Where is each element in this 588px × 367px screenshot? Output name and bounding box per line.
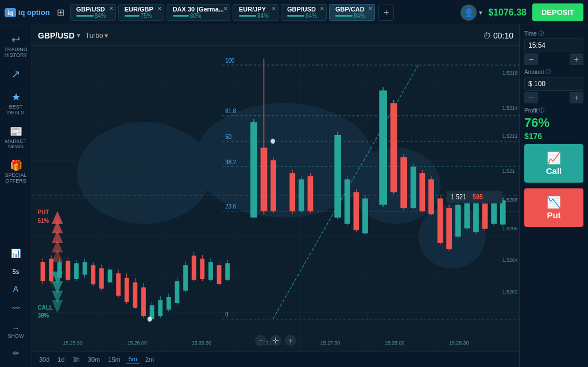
amount-value: $ 100	[524, 77, 583, 91]
put-button[interactable]: 📉 Put	[524, 188, 583, 227]
svg-text:38.2: 38.2	[225, 159, 236, 165]
svg-text:15:28:30: 15:28:30	[449, 339, 469, 346]
tab-close[interactable]: ✕	[157, 6, 162, 11]
time-info-icon[interactable]: ⓘ	[539, 30, 544, 37]
svg-point-158	[148, 316, 152, 322]
chart-header: GBP/USD ▾ Turbo ▾ ⏱ 00:10	[32, 25, 519, 46]
avatar-button[interactable]: 👤 ▾	[461, 5, 482, 21]
amount-stepper: − +	[524, 92, 583, 103]
selected-pair: GBP/USD	[38, 31, 75, 40]
call-label: Call	[546, 166, 562, 176]
drawing-icon: 〰	[12, 304, 20, 313]
sidebar-item-market-news[interactable]: 📰 MARKETNEWS	[1, 122, 31, 154]
sidebar-item-arrow[interactable]: ↗	[1, 64, 31, 85]
svg-point-1	[77, 122, 211, 224]
svg-text:PUT: PUT	[38, 209, 49, 216]
svg-text:1.521: 1.521	[502, 168, 515, 175]
period-30d[interactable]: 30d	[37, 355, 52, 364]
amount-increase-button[interactable]: +	[570, 92, 583, 103]
svg-text:1.521: 1.521	[451, 193, 466, 200]
zoom-move-button[interactable]: ✛	[270, 335, 281, 346]
tab-bar-green	[287, 15, 304, 17]
logo-box: iq	[5, 8, 16, 17]
logo-text: iq option	[18, 8, 50, 17]
period-1d[interactable]: 1d	[55, 355, 67, 364]
chart-container: GBP/USD ▾ Turbo ▾ ⏱ 00:10	[32, 25, 519, 367]
period-15m[interactable]: 15m	[106, 355, 122, 364]
tab-close[interactable]: ✕	[272, 6, 276, 11]
tab-pair: DAX 30 (Germa...	[173, 6, 224, 13]
svg-text:23.6: 23.6	[225, 203, 236, 210]
time-decrease-button[interactable]: −	[524, 53, 538, 65]
svg-text:61.8: 61.8	[225, 108, 236, 115]
zoom-out-button[interactable]: −	[255, 335, 266, 346]
svg-text:CALL: CALL	[38, 304, 53, 311]
amount-info-icon[interactable]: ⓘ	[546, 68, 551, 76]
period-5m[interactable]: 5m	[126, 354, 140, 364]
time-field: Time ⓘ 15:54 − +	[524, 30, 583, 65]
tab-pct: 84%	[95, 13, 106, 19]
time-value: 15:54	[524, 38, 583, 52]
time-increase-button[interactable]: +	[570, 53, 583, 65]
balance-display: $1076.38	[488, 7, 527, 18]
zoom-in-button[interactable]: +	[285, 335, 296, 346]
tab-eurjpy[interactable]: ✕ EUR/JPY 84%	[233, 4, 278, 21]
nav-right: 👤 ▾ $1076.38 DEPOSIT	[461, 3, 583, 21]
svg-text:1.5204: 1.5204	[502, 257, 518, 264]
svg-text:595: 595	[473, 193, 483, 200]
tab-bar-green	[125, 15, 140, 17]
tab-close[interactable]: ✕	[109, 6, 114, 11]
tab-gbpusd-1[interactable]: ✕ GBP/USD 84%	[70, 4, 116, 21]
sidebar-item-drawing[interactable]: 〰	[1, 300, 31, 318]
tab-eurgbp[interactable]: ✕ EUR/GBP 75%	[118, 4, 164, 21]
time-stepper: − +	[524, 53, 583, 65]
svg-text:1.5212: 1.5212	[502, 133, 518, 140]
profit-info-icon[interactable]: ⓘ	[539, 107, 544, 114]
mode-selector[interactable]: Turbo ▾	[86, 32, 108, 40]
deposit-button[interactable]: DEPOSIT	[532, 3, 583, 21]
sidebar-item-pen[interactable]: ✏	[1, 345, 31, 362]
sidebar-item-trading-history[interactable]: ↩ TRADINGHISTORY	[1, 30, 31, 62]
svg-text:15:26:00: 15:26:00	[127, 339, 147, 346]
svg-text:1.5208: 1.5208	[502, 197, 518, 203]
period-2m[interactable]: 2m	[143, 355, 156, 364]
star-icon: ★	[11, 91, 21, 103]
sidebar-label-market-news: MARKETNEWS	[5, 139, 27, 150]
time-periods-bar: 30d 1d 3h 30m 15m 5m 2m	[32, 351, 519, 367]
put-label: Put	[547, 210, 560, 220]
sidebar-item-chart-type[interactable]: 📊	[1, 245, 31, 262]
tab-pair: GBP/USD	[76, 6, 110, 13]
timer-icon: ⏱	[483, 31, 491, 40]
sidebar-item-special-offers[interactable]: 🎁 SPECIALOFFERS	[1, 156, 31, 188]
sidebar-item-best-deals[interactable]: ★ BESTDEALS	[1, 87, 31, 119]
amount-decrease-button[interactable]: −	[524, 92, 538, 103]
call-button[interactable]: 📈 Call	[524, 144, 583, 183]
show-icon: →	[12, 323, 20, 333]
tab-close[interactable]: ✕	[368, 6, 373, 11]
timeframe-label: 5s	[13, 268, 20, 275]
tab-dax30[interactable]: ✕ DAX 30 (Germa... 80%	[167, 4, 230, 21]
pair-selector[interactable]: GBP/USD ▾	[38, 31, 80, 40]
tab-gbpusd-2[interactable]: ✕ GBP/USD 84%	[281, 4, 327, 21]
tab-bar-green	[173, 15, 189, 17]
grid-icon[interactable]: ⊞	[57, 7, 64, 18]
add-tab-button[interactable]: +	[378, 5, 394, 21]
svg-point-157	[270, 139, 275, 144]
sidebar-item-timeframe[interactable]: 5s	[1, 265, 31, 279]
tab-gbpcad[interactable]: ✕ GBP/CAD 84%	[329, 4, 375, 21]
avatar: 👤	[461, 5, 477, 21]
tab-pct: 84%	[257, 13, 269, 19]
period-30m[interactable]: 30m	[86, 355, 102, 364]
tab-close[interactable]: ✕	[320, 6, 324, 11]
arrow-icon: ↗	[11, 68, 20, 80]
sidebar-item-indicators[interactable]: A	[1, 281, 31, 298]
tab-pct: 75%	[141, 13, 152, 19]
sidebar-item-show[interactable]: → SHOW	[1, 320, 31, 343]
tab-bar-green	[76, 15, 94, 17]
period-3h[interactable]: 3h	[71, 355, 82, 364]
indicators-icon: A	[13, 284, 18, 293]
tab-close[interactable]: ✕	[223, 6, 228, 11]
svg-text:1.5206: 1.5206	[502, 225, 518, 231]
tab-pair: GBP/USD	[287, 6, 320, 13]
amount-field-label: Amount ⓘ	[524, 68, 583, 76]
